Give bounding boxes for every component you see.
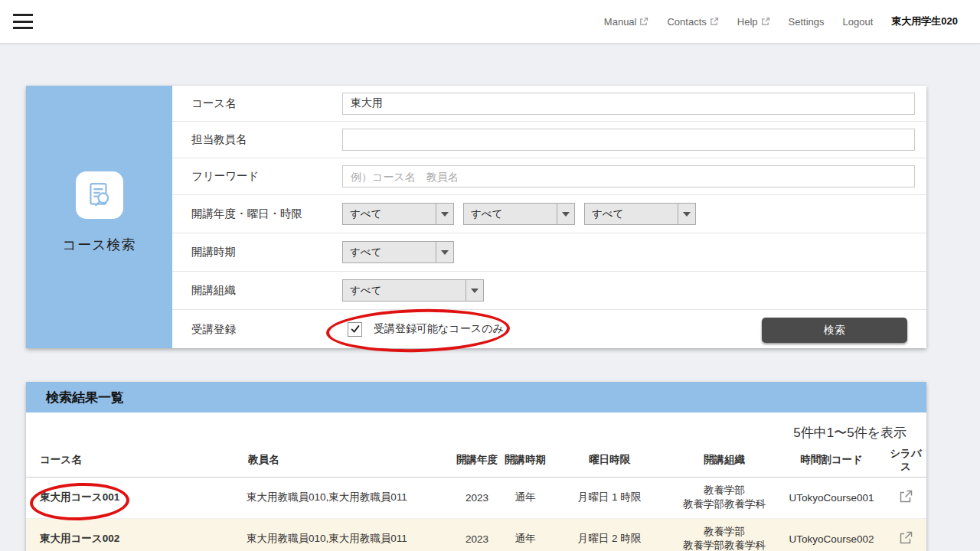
form-row-registration: 受講登録 受講登録可能なコースのみ 検索: [172, 310, 926, 348]
external-link-icon: [761, 17, 770, 26]
course-name-link[interactable]: 東大用コース001: [26, 477, 247, 518]
col-timetable-code: 時間割コード: [778, 445, 885, 477]
teacher-name-label: 担当教員名: [172, 132, 342, 147]
nav-settings-label: Settings: [789, 16, 825, 28]
term-select-value: すべて: [343, 246, 436, 259]
registration-label: 受講登録: [172, 322, 342, 337]
nav-help-label: Help: [737, 16, 758, 28]
year-cell: 2023: [452, 477, 502, 518]
course-search-icon: [76, 171, 123, 219]
col-syllabus: シラバス: [885, 445, 926, 477]
nav-help[interactable]: Help: [737, 16, 770, 28]
organization-line: 教養学部: [671, 484, 778, 497]
results-header: 検索結果一覧: [26, 382, 926, 412]
hamburger-menu-icon[interactable]: [12, 13, 34, 30]
results-table-header-row: コース名 教員名 開講年度 開講時期 曜日時限 開講組織 時間割コード シラバス: [26, 445, 926, 477]
year-select-value: すべて: [343, 207, 436, 221]
chevron-down-icon: [678, 204, 695, 224]
chevron-down-icon: [466, 280, 483, 301]
course-search-panel: コース検索 コース名 担当教員名 フリーワード 開講年度・曜日・時限 すべて: [26, 86, 926, 348]
teacher-name-input[interactable]: [342, 129, 915, 151]
registrable-only-label: 受講登録可能なコースのみ: [374, 322, 504, 336]
course-search-sidebar: コース検索: [26, 86, 172, 348]
nav-contacts-label: Contacts: [667, 16, 706, 28]
term-cell: 通年: [502, 477, 548, 518]
course-name-input[interactable]: [342, 93, 915, 115]
external-link-icon: [639, 17, 648, 26]
search-button[interactable]: 検索: [762, 318, 907, 343]
external-link-icon: [710, 17, 719, 26]
nav-logout-label: Logout: [843, 16, 874, 28]
year-day-period-label: 開講年度・曜日・時限: [172, 207, 342, 221]
form-row-course-name: コース名: [172, 86, 926, 122]
timetable-code-cell: UTokyoCourse001: [778, 477, 885, 518]
organization-line: 教養学部: [671, 525, 778, 539]
free-word-label: フリーワード: [172, 169, 342, 184]
table-row: 東大用コース002 東大用教職員010,東大用教職員011 2023 通年 月曜…: [26, 518, 926, 551]
nav-manual[interactable]: Manual: [604, 16, 649, 28]
nav-logout[interactable]: Logout: [843, 16, 874, 28]
syllabus-external-link-icon[interactable]: [898, 530, 913, 546]
organization-line: 教養学部教養学科: [671, 539, 778, 551]
year-select[interactable]: すべて: [342, 203, 454, 225]
results-title: 検索結果一覧: [26, 389, 124, 406]
teachers-cell: 東大用教職員010,東大用教職員011: [247, 477, 452, 518]
col-term: 開講時期: [502, 445, 548, 477]
day-period-cell: 月曜日 1 時限: [548, 477, 671, 518]
course-name-link[interactable]: 東大用コース002: [26, 518, 247, 551]
organization-line: 教養学部教養学科: [671, 497, 778, 511]
top-nav: Manual Contacts Help Settings Logout 東大用…: [604, 15, 980, 28]
nav-manual-label: Manual: [604, 16, 637, 28]
syllabus-cell: [885, 518, 926, 551]
timetable-code-cell: UTokyoCourse002: [778, 518, 885, 551]
col-year: 開講年度: [452, 445, 502, 477]
teachers-cell: 東大用教職員010,東大用教職員011: [247, 518, 452, 551]
search-results-panel: 検索結果一覧 5件中1〜5件を表示 コース名 教員名 開講年度 開講時期 曜日時…: [26, 382, 926, 551]
course-name-label: コース名: [172, 96, 342, 111]
nav-settings[interactable]: Settings: [789, 16, 825, 28]
col-teacher-name: 教員名: [247, 445, 452, 477]
checkbox-checked-icon: [348, 322, 362, 337]
organization-select-value: すべて: [343, 284, 466, 298]
form-row-organization: 開講組織 すべて: [172, 272, 926, 310]
term-select[interactable]: すべて: [342, 241, 454, 263]
chevron-down-icon: [436, 204, 453, 224]
year-cell: 2023: [452, 518, 502, 551]
syllabus-external-link-icon[interactable]: [898, 489, 913, 504]
free-word-input[interactable]: [342, 165, 915, 187]
col-organization: 開講組織: [671, 445, 778, 477]
organization-cell: 教養学部 教養学部教養学科: [671, 518, 778, 551]
form-row-term: 開講時期 すべて: [172, 233, 926, 272]
day-period-cell: 月曜日 2 時限: [548, 518, 671, 551]
chevron-down-icon: [436, 242, 453, 262]
search-panel-title: コース検索: [63, 236, 136, 254]
table-row: 東大用コース001 東大用教職員010,東大用教職員011 2023 通年 月曜…: [26, 477, 926, 518]
top-bar: Manual Contacts Help Settings Logout 東大用…: [0, 0, 980, 44]
nav-contacts[interactable]: Contacts: [667, 16, 718, 28]
chevron-down-icon: [557, 204, 574, 224]
form-row-teacher-name: 担当教員名: [172, 122, 926, 158]
organization-label: 開講組織: [172, 283, 342, 298]
organization-cell: 教養学部 教養学部教養学科: [671, 477, 778, 518]
organization-select[interactable]: すべて: [342, 279, 484, 302]
period-select[interactable]: すべて: [584, 203, 696, 225]
term-label: 開講時期: [172, 245, 342, 259]
course-search-form: コース名 担当教員名 フリーワード 開講年度・曜日・時限 すべて: [172, 86, 926, 348]
form-row-free-word: フリーワード: [172, 158, 926, 195]
period-select-value: すべて: [585, 207, 678, 221]
results-count: 5件中1〜5件を表示: [26, 412, 926, 442]
form-row-year-day-period: 開講年度・曜日・時限 すべて すべて すべて: [172, 195, 926, 233]
day-select[interactable]: すべて: [463, 203, 575, 225]
registrable-only-checkbox[interactable]: 受講登録可能なコースのみ: [342, 322, 504, 337]
syllabus-cell: [885, 477, 926, 518]
results-table: コース名 教員名 開講年度 開講時期 曜日時限 開講組織 時間割コード シラバス…: [26, 445, 926, 551]
col-course-name: コース名: [26, 445, 247, 477]
col-day-period: 曜日時限: [548, 445, 671, 477]
day-select-value: すべて: [464, 207, 557, 221]
term-cell: 通年: [502, 518, 548, 551]
logged-in-username: 東大用学生020: [891, 15, 958, 28]
